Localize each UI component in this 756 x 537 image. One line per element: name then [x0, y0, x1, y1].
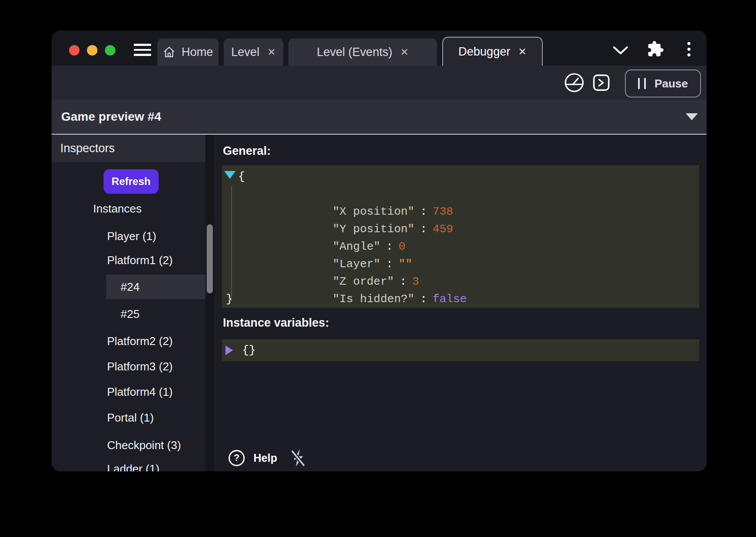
property-key: "Is hidden?": [333, 293, 414, 306]
window-controls: [69, 45, 115, 56]
tree-item-platform4[interactable]: Platform4 (1): [52, 380, 205, 404]
kebab-menu-icon[interactable]: [687, 42, 691, 59]
maximize-window-button[interactable]: [105, 45, 115, 56]
tree-item-player[interactable]: Player (1): [52, 224, 205, 248]
bottom-actions: ? Help: [229, 448, 307, 468]
tree-item-portal[interactable]: Portal (1): [52, 405, 205, 430]
general-section-label: General:: [223, 144, 271, 158]
tab-label: Level (Events): [317, 45, 392, 59]
close-tab-icon[interactable]: ✕: [400, 46, 409, 58]
tab-label: Home: [181, 45, 213, 59]
colon: :: [420, 205, 427, 218]
pause-label: Pause: [655, 77, 688, 91]
help-button[interactable]: ? Help: [229, 450, 277, 466]
close-tab-icon[interactable]: ✕: [518, 46, 527, 58]
debugger-toolbar: Pause: [52, 66, 707, 100]
colon: :: [386, 258, 393, 271]
property-value[interactable]: 459: [433, 223, 453, 236]
help-glyph: ?: [234, 452, 239, 464]
general-properties-editor: { "X position":738 "Y position":459 "Ang…: [222, 165, 699, 308]
close-window-button[interactable]: [69, 45, 80, 56]
tree-item-instance-25[interactable]: #25: [52, 302, 205, 326]
expand-icon[interactable]: [225, 345, 233, 355]
empty-object-literal: {}: [242, 344, 256, 357]
property-key: "Y position": [333, 223, 414, 236]
instance-variables-editor: {}: [222, 339, 699, 361]
tab-level[interactable]: Level ✕: [224, 38, 283, 66]
property-value[interactable]: 0: [399, 240, 406, 253]
menu-icon[interactable]: [134, 44, 151, 59]
desktop-background: Home Level ✕ Level (Events) ✕ Debugger ✕: [0, 0, 756, 537]
scrollbar-thumb[interactable]: [207, 224, 213, 293]
help-icon: ?: [229, 450, 245, 466]
profiler-icon[interactable]: [564, 72, 585, 93]
flash-off-icon[interactable]: [289, 448, 307, 468]
property-value[interactable]: 738: [433, 205, 453, 218]
property-key: "X position": [333, 205, 414, 218]
scrollbar-track: [205, 135, 214, 471]
tab-home[interactable]: Home: [157, 38, 218, 66]
property-key: "Angle": [333, 240, 380, 253]
close-tab-icon[interactable]: ✕: [267, 46, 276, 58]
tab-bar: Home Level ✕ Level (Events) ✕ Debugger ✕: [157, 37, 543, 66]
code-open-brace: {: [222, 168, 699, 185]
tree-item-instances[interactable]: Instances: [52, 196, 205, 221]
game-preview-title: Game preview #4: [61, 110, 161, 124]
dropdown-caret-icon: [686, 113, 698, 120]
colon: :: [420, 293, 427, 306]
tree-item-checkpoint[interactable]: Checkpoint (3): [52, 433, 205, 457]
tab-label: Level: [231, 45, 260, 59]
inspector-detail: General: { "X position":738 "Y position"…: [214, 135, 707, 471]
instance-variables-section-label: Instance variables:: [223, 316, 329, 330]
help-label: Help: [253, 452, 277, 464]
property-value[interactable]: 3: [412, 275, 419, 288]
console-icon[interactable]: [592, 73, 611, 92]
tree-item-ladder[interactable]: Ladder (1): [52, 457, 205, 471]
home-icon: [163, 45, 176, 59]
property-value[interactable]: false: [433, 293, 467, 306]
property-row: "X position":738: [222, 185, 699, 203]
indent-guide: [231, 186, 232, 301]
pause-button[interactable]: Pause: [625, 70, 701, 98]
minimize-window-button[interactable]: [87, 45, 97, 56]
colon: :: [420, 223, 427, 236]
tab-label: Debugger: [458, 45, 510, 59]
tree-item-instance-24[interactable]: #24: [106, 275, 205, 299]
debugger-body: Inspectors Refresh Instances Player (1) …: [52, 135, 707, 471]
tree-item-platform2[interactable]: Platform2 (2): [52, 329, 205, 353]
app-window: Home Level ✕ Level (Events) ✕ Debugger ✕: [52, 31, 707, 471]
inspectors-panel: Inspectors Refresh Instances Player (1) …: [52, 135, 214, 471]
refresh-button[interactable]: Refresh: [104, 169, 159, 194]
chevron-down-icon[interactable]: [613, 45, 628, 55]
tab-level-events[interactable]: Level (Events) ✕: [288, 38, 437, 66]
pause-icon: [638, 78, 646, 89]
tree-item-platform3[interactable]: Platform3 (2): [52, 354, 205, 379]
extensions-icon[interactable]: [647, 40, 664, 58]
property-value[interactable]: "": [399, 258, 412, 271]
titlebar: Home Level ✕ Level (Events) ✕ Debugger ✕: [52, 31, 707, 66]
colon: :: [400, 275, 407, 288]
tab-debugger[interactable]: Debugger ✕: [442, 37, 543, 66]
inspectors-header: Inspectors: [52, 135, 214, 162]
game-preview-header[interactable]: Game preview #4: [52, 100, 707, 135]
property-key: "Z order": [333, 275, 394, 288]
property-key: "Layer": [333, 258, 380, 271]
collapse-icon[interactable]: [224, 171, 236, 179]
colon: :: [386, 240, 393, 253]
tree-item-platform1[interactable]: Platform1 (2): [52, 248, 205, 272]
